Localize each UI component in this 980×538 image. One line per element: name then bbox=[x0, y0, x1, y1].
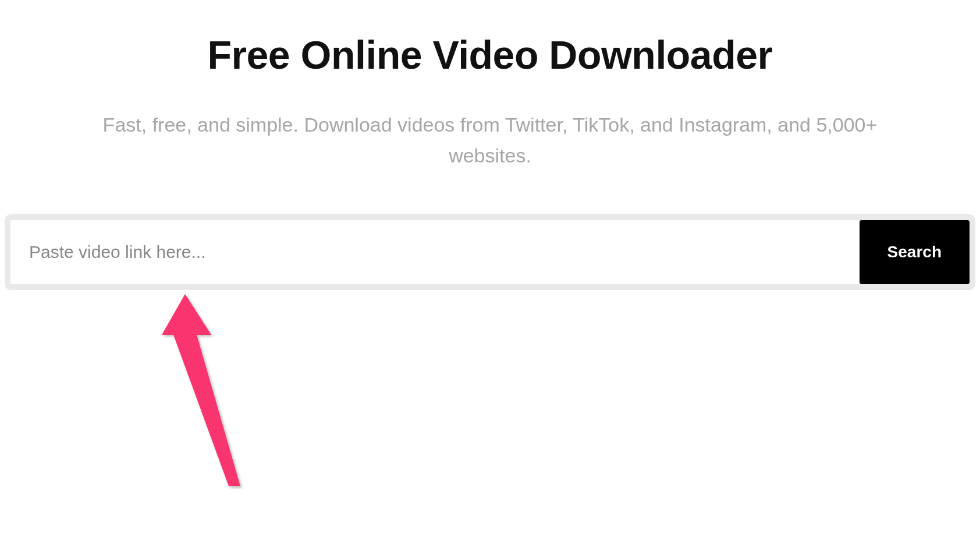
hero-section: Free Online Video Downloader Fast, free,… bbox=[0, 0, 980, 290]
video-link-input[interactable] bbox=[10, 220, 860, 284]
search-bar-wrapper: Search bbox=[0, 214, 980, 290]
search-bar: Search bbox=[5, 214, 975, 290]
search-button[interactable]: Search bbox=[860, 220, 970, 284]
page-subtitle: Fast, free, and simple. Download videos … bbox=[77, 109, 903, 171]
annotation-arrow-icon bbox=[162, 291, 261, 489]
page-title: Free Online Video Downloader bbox=[0, 32, 980, 77]
